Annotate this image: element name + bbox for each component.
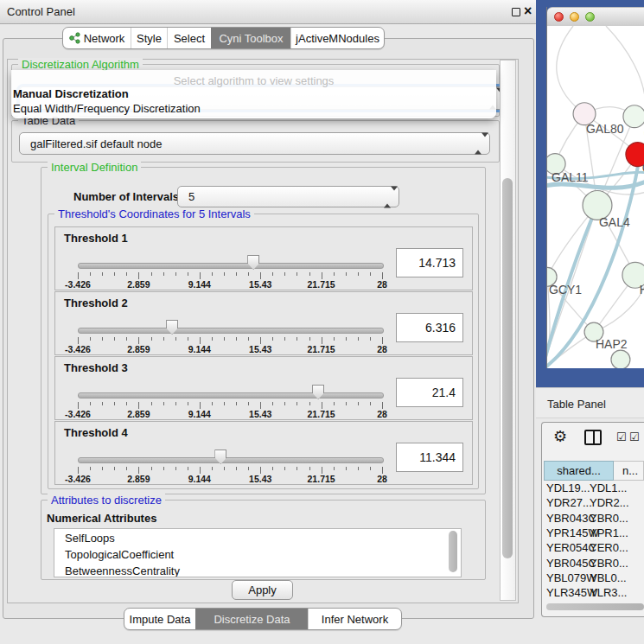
network-node[interactable] <box>611 350 630 368</box>
tick-mark <box>382 467 383 474</box>
attribute-list-item[interactable]: BetweennessCentrality <box>65 564 180 577</box>
cell-name[interactable]: YDL1... <box>590 481 627 494</box>
table-row[interactable]: YPR145WYPR1... <box>544 526 644 540</box>
threshold-value-field[interactable] <box>396 378 463 407</box>
tick-mark <box>370 467 371 470</box>
attribute-list-item[interactable]: SelfLoops <box>65 532 115 545</box>
tick-label: 28 <box>356 409 408 419</box>
tick-mark <box>175 337 176 341</box>
network-node-g[interactable] <box>623 105 644 128</box>
table-row[interactable]: YLR345WYLR3... <box>544 585 644 600</box>
tick-mark <box>248 402 249 405</box>
threshold-slider-track[interactable] <box>78 328 384 334</box>
table-data-combobox[interactable]: galFiltered.sif default node <box>19 132 490 155</box>
threshold-panel-2: Threshold 2-3.4262.8599.14415.4321.71528 <box>54 291 473 355</box>
network-canvas[interactable]: GAL80GCGAL11GAL4GCY1HHAP2 <box>547 26 644 368</box>
num-intervals-combobox[interactable]: 5 <box>177 186 399 207</box>
cell-name[interactable]: YLR3... <box>590 586 627 599</box>
tab-label: Style <box>137 32 162 45</box>
zoom-traffic-light-icon[interactable] <box>585 12 595 22</box>
tick-mark <box>346 337 347 341</box>
tab-style[interactable]: Style <box>131 28 167 48</box>
tick-mark <box>151 337 152 341</box>
cell-name[interactable]: YBR0... <box>590 512 628 525</box>
gear-icon[interactable]: ⚙ <box>553 427 567 446</box>
tick-mark <box>296 337 297 341</box>
threshold-slider-track[interactable] <box>78 392 384 399</box>
attribute-list-item[interactable]: TopologicalCoefficient <box>65 548 174 561</box>
tick-mark <box>272 337 273 341</box>
popup-option-manual[interactable]: Manual Discretization <box>13 87 129 100</box>
cell-name[interactable]: YBL0... <box>590 571 627 584</box>
control-panel-titlebar: Control Panel × <box>0 0 536 24</box>
tick-mark <box>334 337 335 341</box>
network-edge[interactable] <box>606 26 644 96</box>
algorithm-popup: Select algorithm to view settings Manual… <box>11 70 496 118</box>
cell-shared-name[interactable]: YDR27... <box>546 496 592 509</box>
threshold-panel-3: Threshold 3-3.4262.8599.14415.4321.71528 <box>54 356 473 420</box>
table-row[interactable]: YBR043CYBR0... <box>544 511 644 526</box>
tick-mark <box>212 402 213 405</box>
threshold-value-field[interactable] <box>396 313 463 342</box>
cell-shared-name[interactable]: YDL19... <box>546 481 590 494</box>
tick-mark <box>358 467 359 470</box>
cell-name[interactable]: YPR1... <box>590 526 628 539</box>
cell-name[interactable]: YBR0... <box>590 557 628 570</box>
threshold-value-field[interactable] <box>396 248 463 277</box>
tick-label: 9.144 <box>174 344 226 354</box>
table-row[interactable]: YIL052CYIL0... <box>544 600 644 601</box>
tab-network[interactable]: Network <box>63 28 131 48</box>
apply-button[interactable]: Apply <box>232 580 293 600</box>
tick-mark <box>284 272 285 276</box>
column-header-name[interactable]: n... <box>614 461 644 481</box>
tick-label: 15.43 <box>234 344 286 354</box>
tick-label: 15.43 <box>234 474 286 484</box>
close-traffic-light-icon[interactable] <box>554 12 564 22</box>
tick-label: 28 <box>356 474 408 484</box>
tab-select[interactable]: Select <box>167 28 211 48</box>
table-hscrollbar-thumb[interactable] <box>546 603 644 610</box>
tab-infer-network[interactable]: Infer Network <box>308 609 401 629</box>
tab-label: Cyni Toolbox <box>219 32 283 45</box>
list-scrollbar-thumb[interactable] <box>449 531 457 572</box>
tab-label: Infer Network <box>322 613 388 626</box>
table-row[interactable]: YER054CYER0... <box>544 540 644 555</box>
threshold-slider-track[interactable] <box>78 263 384 269</box>
num-intervals-label: Number of Intervals <box>73 190 179 203</box>
tab-jactivemnodules[interactable]: jActiveMNodules <box>290 28 384 48</box>
tick-mark <box>260 402 261 409</box>
tick-mark <box>236 272 237 276</box>
minimize-traffic-light-icon[interactable] <box>570 12 579 22</box>
network-edge[interactable] <box>557 26 584 114</box>
tick-mark <box>138 272 139 279</box>
table-row[interactable]: YBR045CYBR0... <box>544 556 644 571</box>
threshold-value-field[interactable] <box>396 443 463 472</box>
tab-discretize-data[interactable]: Discretize Data <box>195 609 308 629</box>
cell-name[interactable]: YDR2... <box>590 496 629 509</box>
tick-mark <box>212 337 213 341</box>
checkbox-icon[interactable]: ☑ <box>629 430 640 443</box>
tab-label: Impute Data <box>130 613 191 626</box>
table-row[interactable]: YDR27...YDR2... <box>544 495 644 510</box>
panel-scrollbar-thumb[interactable] <box>502 178 513 558</box>
popup-option-equal-width[interactable]: Equal Width/Frequency Discretization <box>13 102 201 115</box>
network-edge[interactable] <box>594 285 644 332</box>
numerical-attributes-list[interactable]: SelfLoopsTopologicalCoefficientBetweenne… <box>54 528 462 577</box>
tab-cyni-toolbox[interactable]: Cyni Toolbox <box>211 28 290 48</box>
tick-mark <box>163 337 164 341</box>
float-window-icon[interactable] <box>512 8 520 16</box>
cell-name[interactable]: YER0... <box>590 541 628 554</box>
tick-mark <box>175 272 176 276</box>
split-columns-icon[interactable] <box>584 430 602 445</box>
column-header-shared-name[interactable]: shared... <box>544 461 614 481</box>
table-row[interactable]: YBL079WYBL0... <box>544 571 644 585</box>
table-row[interactable]: YDL19...YDL1... <box>544 481 644 495</box>
threshold-slider-track[interactable] <box>78 457 384 463</box>
table-panel-title: Table Panel <box>547 398 606 411</box>
network-window-titlebar[interactable] <box>547 7 644 27</box>
tick-label: 2.859 <box>112 279 164 290</box>
tab-impute-data[interactable]: Impute Data <box>124 609 195 629</box>
close-icon[interactable]: × <box>524 3 532 19</box>
checkbox-icon[interactable]: ☑ <box>616 430 627 443</box>
tick-mark <box>200 467 201 474</box>
